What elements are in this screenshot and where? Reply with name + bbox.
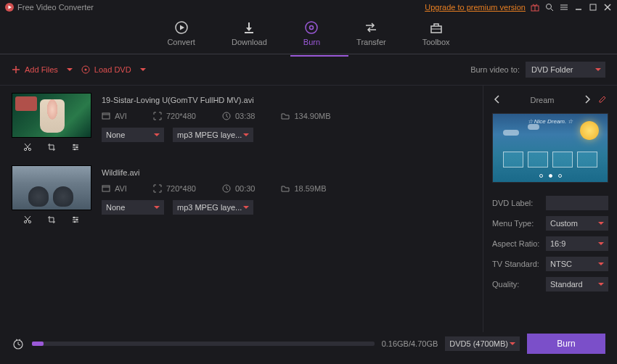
svg-point-48 <box>75 219 77 220</box>
quality-select[interactable]: Standard <box>546 277 608 291</box>
burn-icon <box>304 20 319 35</box>
menu-type-label: Menu Type: <box>492 219 542 228</box>
thumb-toolbar <box>12 142 91 152</box>
disc-icon <box>81 65 90 74</box>
row-dvd-label: DVD Label: <box>492 196 608 210</box>
thumb-column <box>12 165 91 225</box>
tv-select[interactable]: NTSC <box>546 257 608 271</box>
add-files-button[interactable]: Add Files <box>12 65 73 74</box>
svg-point-46 <box>73 217 74 218</box>
file-meta: Wildlife.avi AVI 720*480 00:30 18.59MB N… <box>102 165 471 225</box>
chevron-down-icon <box>243 206 249 209</box>
svg-line-55 <box>226 189 228 190</box>
cloud-graphic <box>528 124 539 130</box>
audio-select[interactable]: mp3 MPEG laye... <box>173 200 253 215</box>
tab-transfer[interactable]: Transfer <box>356 20 386 46</box>
app-logo-icon <box>4 2 15 12</box>
svg-point-25 <box>84 69 86 71</box>
settings-icon[interactable] <box>69 215 82 225</box>
dot <box>539 174 543 178</box>
spec-duration: 03:38 <box>222 112 256 120</box>
crop-icon[interactable] <box>45 142 58 152</box>
spec-size: 134.90MB <box>281 112 330 120</box>
add-files-label: Add Files <box>25 65 58 74</box>
list-item: 19-Sistar-Loving U(GomTV FullHD MV).avi … <box>12 93 471 152</box>
template-frame <box>577 152 597 167</box>
template-name: Dream <box>530 96 554 104</box>
aspect-select[interactable]: 16:9 <box>546 236 608 251</box>
close-icon[interactable] <box>602 2 613 12</box>
svg-line-5 <box>551 9 553 11</box>
quality-label: Quality: <box>492 280 542 289</box>
file-list: 19-Sistar-Loving U(GomTV FullHD MV).avi … <box>0 86 483 332</box>
toolbox-icon <box>429 20 444 35</box>
video-thumbnail[interactable] <box>12 165 91 210</box>
dvd-label-input[interactable] <box>546 196 608 210</box>
burn-to-label: Burn video to: <box>470 65 520 74</box>
tab-burn[interactable]: Burn <box>303 20 320 46</box>
prev-template-icon[interactable] <box>492 93 502 107</box>
tab-toolbox[interactable]: Toolbox <box>422 20 450 46</box>
toolbar-left: Add Files Load DVD <box>12 65 146 74</box>
tab-label: Convert <box>167 38 195 46</box>
tab-convert[interactable]: Convert <box>167 20 195 46</box>
schedule-icon[interactable] <box>12 337 25 350</box>
file-selects: None mp3 MPEG laye... <box>102 200 471 215</box>
dot <box>549 174 552 178</box>
download-icon <box>242 20 256 35</box>
search-icon[interactable] <box>544 2 555 12</box>
svg-line-40 <box>226 116 228 117</box>
edit-template-icon[interactable] <box>597 94 608 107</box>
svg-point-4 <box>547 4 552 9</box>
svg-point-50 <box>73 221 75 223</box>
svg-point-35 <box>73 149 75 150</box>
trim-icon[interactable] <box>21 215 34 225</box>
app-title: Free Video Converter <box>17 3 94 12</box>
subtitle-select[interactable]: None <box>102 200 164 215</box>
spec-resolution: 720*480 <box>153 184 196 193</box>
sub-toolbar: Add Files Load DVD Burn video to: DVD Fo… <box>0 54 617 85</box>
transfer-icon <box>364 20 378 35</box>
file-name: 19-Sistar-Loving U(GomTV FullHD MV).avi <box>102 96 471 104</box>
spec-size: 18.59MB <box>281 184 326 193</box>
trim-icon[interactable] <box>21 142 34 152</box>
burn-to-value: DVD Folder <box>531 65 573 74</box>
svg-line-60 <box>19 339 20 340</box>
burn-button[interactable]: Burn <box>527 334 605 354</box>
list-item: Wildlife.avi AVI 720*480 00:30 18.59MB N… <box>12 165 471 225</box>
upgrade-link[interactable]: Upgrade to premium version <box>425 3 526 12</box>
maximize-icon[interactable] <box>588 2 598 12</box>
row-aspect: Aspect Ratio: 16:9 <box>492 236 608 251</box>
file-specs: AVI 720*480 03:38 134.90MB <box>102 112 471 120</box>
file-meta: 19-Sistar-Loving U(GomTV FullHD MV).avi … <box>102 93 471 152</box>
template-preview[interactable]: ☆ Nice Dream. ☆ <box>492 113 608 183</box>
settings-icon[interactable] <box>69 142 82 152</box>
template-dots <box>493 174 608 178</box>
video-thumbnail[interactable] <box>12 93 91 138</box>
minimize-icon[interactable] <box>573 2 584 12</box>
convert-icon <box>174 20 189 35</box>
gift-icon[interactable] <box>530 2 540 12</box>
chevron-down-icon <box>598 262 604 265</box>
crop-icon[interactable] <box>45 215 58 225</box>
tab-download[interactable]: Download <box>232 20 267 46</box>
next-template-icon[interactable] <box>582 93 592 107</box>
tab-label: Transfer <box>356 38 386 46</box>
thumb-column <box>12 93 91 152</box>
row-tv: TV Standard: NTSC <box>492 257 608 271</box>
load-dvd-button[interactable]: Load DVD <box>81 65 146 74</box>
subtitle-select[interactable]: None <box>102 128 164 142</box>
dot <box>558 174 562 178</box>
menu-type-select[interactable]: Custom <box>546 216 608 231</box>
audio-select[interactable]: mp3 MPEG laye... <box>173 128 253 142</box>
tab-label: Download <box>232 38 267 46</box>
svg-point-19 <box>310 26 314 30</box>
disc-size-select[interactable]: DVD5 (4700MB) <box>445 336 520 351</box>
size-progress-fill <box>32 342 44 346</box>
spec-duration: 00:30 <box>222 184 256 193</box>
svg-marker-14 <box>180 25 184 30</box>
menu-icon[interactable] <box>559 2 569 12</box>
burn-to-select[interactable]: DVD Folder <box>526 62 605 78</box>
chevron-down-icon <box>243 133 249 136</box>
size-progress <box>32 342 375 346</box>
